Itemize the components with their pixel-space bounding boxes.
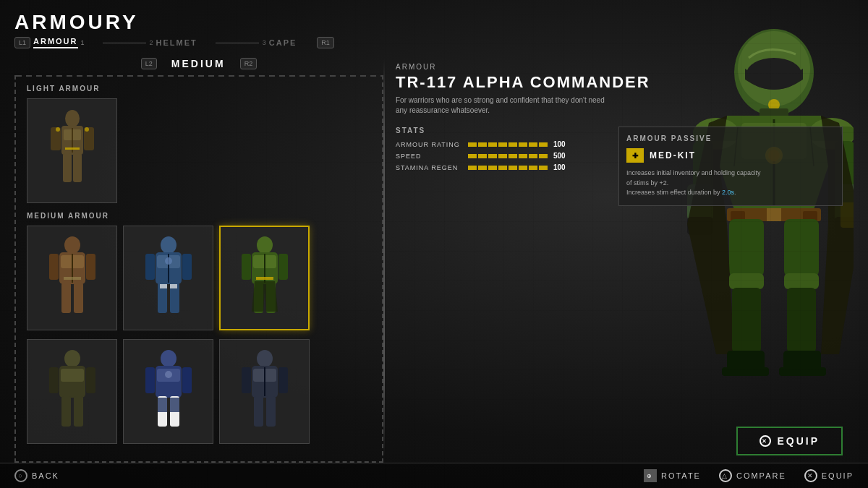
medium-armour-row-2 [16,336,382,447]
page-title: ARMOURY [14,11,854,34]
svg-rect-34 [278,254,288,280]
passive-description: Increases initial inventory and holding … [626,168,835,198]
l2-button[interactable]: L2 [141,58,157,69]
category-name: MEDIUM [171,58,226,69]
svg-rect-15 [61,283,71,313]
svg-point-11 [64,236,80,254]
tabs-bar: L1 ARMOUR 1 2 HELMET 3 CAPE R1 [14,37,854,48]
armour-description: For warriors who are so strong and confi… [396,95,613,116]
rotate-label: ROTATE [661,471,701,480]
armour-card-medium-1[interactable] [27,226,117,330]
svg-rect-43 [86,367,95,393]
svg-point-9 [56,127,60,132]
armour-card-medium-5[interactable] [123,339,213,444]
svg-point-40 [64,350,80,367]
r2-button[interactable]: R2 [240,58,258,69]
passive-section: ARMOUR PASSIVE ✚ MED-KIT Increases initi… [618,127,843,206]
bottom-actions-right: ⊕ ROTATE △ COMPARE ✕ EQUIP [644,469,854,482]
passive-name: MED-KIT [650,150,696,160]
stats-title: STATS [396,127,604,134]
svg-rect-16 [74,283,83,313]
svg-point-20 [161,236,176,254]
svg-point-30 [165,257,172,265]
svg-rect-49 [145,367,155,393]
equip-button[interactable]: ✕ EQUIP [736,427,843,455]
bottom-bar: ○ BACK ⊕ ROTATE △ COMPARE ✕ EQUIP [0,463,868,488]
svg-rect-59 [242,367,251,393]
svg-rect-14 [86,254,95,280]
armour-card-medium-6[interactable] [219,339,310,444]
stat-stamina-regen: STAMINA REGEN 100 [396,163,604,171]
back-label: BACK [32,471,59,480]
svg-rect-44 [61,396,71,427]
armour-card-medium-2[interactable] [123,226,213,330]
tab-helmet[interactable]: HELMET [156,38,197,47]
svg-point-47 [161,350,176,367]
items-grid: LIGHT ARMOUR [14,75,383,463]
header: ARMOURY L1 ARMOUR 1 2 HELMET 3 CAPE R1 [0,0,868,52]
svg-point-0 [65,110,80,127]
stat-bar-stamina [468,166,548,170]
armour-name: TR-117 ALPHA COMMANDER [396,74,843,91]
svg-point-10 [85,127,89,132]
stat-speed: SPEED 500 [396,152,604,160]
svg-rect-4 [63,153,72,182]
light-armour-label: LIGHT ARMOUR [16,79,382,95]
equip-label: EQUIP [777,435,820,447]
stats-section: STATS ARMOUR RATING [396,127,604,206]
svg-rect-5 [73,153,82,182]
armour-card-medium-3[interactable] [219,226,310,330]
svg-rect-39 [256,277,273,280]
rotate-action[interactable]: ⊕ ROTATE [644,469,701,482]
svg-rect-61 [254,396,263,427]
svg-rect-19 [64,277,81,280]
equip-icon-bottom: ✕ [804,469,817,482]
rotate-icon: ⊕ [644,469,657,482]
svg-rect-62 [266,396,276,427]
armour-category-label: ARMOUR [396,63,843,71]
tab-armour[interactable]: ARMOUR 1 [33,37,85,48]
compare-action[interactable]: △ COMPARE [719,469,786,482]
svg-rect-46 [61,369,84,382]
equip-icon: ✕ [760,435,771,447]
medium-armour-label: MEDIUM ARMOUR [16,206,382,223]
back-icon: ○ [14,469,27,482]
svg-rect-42 [49,367,59,393]
svg-rect-22 [145,254,155,280]
left-panel: L2 MEDIUM R2 LIGHT ARMOUR [14,52,383,463]
armour-card-medium-4[interactable] [27,339,117,444]
r1-button[interactable]: R1 [317,37,334,48]
info-panel: ARMOUR TR-117 ALPHA COMMANDER For warrio… [385,52,854,463]
svg-rect-55 [170,398,179,412]
svg-rect-54 [158,398,167,412]
svg-rect-8 [65,147,80,150]
svg-rect-23 [182,254,192,280]
svg-point-31 [257,236,273,254]
light-armour-row [16,95,382,206]
compare-label: COMPARE [736,471,786,480]
passive-title: ARMOUR PASSIVE [626,134,835,142]
stat-bar-armour [468,142,548,147]
svg-point-56 [165,371,172,378]
equip-label-bottom: EQUIP [822,471,854,480]
svg-rect-50 [182,367,192,393]
back-action[interactable]: ○ BACK [14,469,59,482]
category-nav: L2 MEDIUM R2 [14,52,383,75]
stat-armour-rating: ARMOUR RATING 100 [396,140,604,148]
stats-passive-row: STATS ARMOUR RATING [396,127,843,206]
passive-icon: ✚ [626,148,644,163]
medium-armour-row-1 [16,223,382,333]
tab-cape[interactable]: CAPE [269,38,297,47]
svg-rect-29 [170,284,177,288]
armour-card-light-1[interactable] [27,98,117,203]
svg-rect-28 [160,284,167,288]
l1-button[interactable]: L1 [14,37,30,48]
equip-action-bottom[interactable]: ✕ EQUIP [804,469,854,482]
svg-rect-33 [242,254,251,280]
content-area: L2 MEDIUM R2 LIGHT ARMOUR [0,52,868,463]
passive-highlight: 2.0s [722,189,734,196]
stat-bar-speed [468,154,548,158]
svg-rect-13 [49,254,59,280]
svg-rect-60 [278,367,288,393]
svg-rect-45 [74,396,83,427]
